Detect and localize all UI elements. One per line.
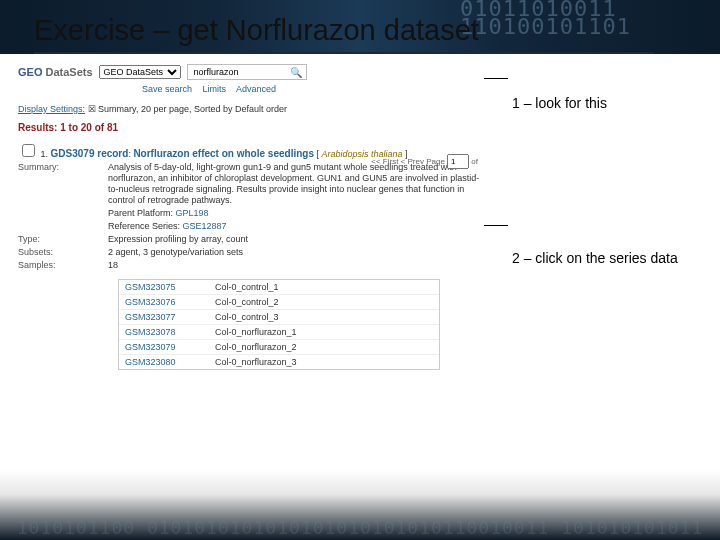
limits-link[interactable]: Limits [203,84,227,94]
annotation-step-1: 1 – look for this [512,95,607,111]
slide-title: Exercise – get Norflurazon dataset [34,14,479,47]
pager-prev[interactable]: < Prev [401,157,424,166]
pager: << First < Prev Page of [371,154,478,169]
record-index: 1. [41,149,49,159]
banner-binary-decor: 01011010011 110100101101 [460,0,720,54]
gsm-link[interactable]: GSM323077 [125,312,176,322]
title-underline [34,52,654,54]
sample-name: Col-0_norflurazon_2 [215,342,297,352]
footer-binary-decor: 1010101100 01010101010101010101010101100… [0,517,720,538]
display-settings-text: Summary, 20 per page, Sorted by Default … [98,104,287,114]
platform-link[interactable]: GPL198 [176,208,209,218]
gsm-link[interactable]: GSM323078 [125,327,176,337]
sample-name: Col-0_norflurazon_1 [215,327,297,337]
type-label: Type: [18,234,108,245]
platform-label: Parent Platform: [108,208,173,218]
slide-footer-fade: 1010101100 01010101010101010101010101100… [0,470,720,540]
geo-topbar: GEO DataSets GEO DataSets 🔍 [14,62,484,82]
samples-count: 18 [108,260,480,271]
subsets-value: 2 agent, 3 genotype/variation sets [108,247,480,258]
pager-page-input[interactable] [447,154,469,169]
reference-series-link[interactable]: GSE12887 [183,221,227,231]
table-row: GSM323075Col-0_control_1 [119,280,439,295]
search-input[interactable] [192,66,286,78]
geo-logo-suffix: DataSets [42,66,92,78]
subsets-label: Subsets: [18,247,108,258]
summary-label: Summary: [18,162,108,206]
annotation-step-2: 2 – click on the series data [512,250,678,266]
geo-logo: GEO DataSets [18,66,93,78]
record-checkbox[interactable] [22,144,35,157]
scope-select[interactable]: GEO DataSets [99,65,181,79]
sample-name: Col-0_control_2 [215,297,279,307]
search-links-row: Save search Limits Advanced [142,84,484,94]
gsm-link[interactable]: GSM323079 [125,342,176,352]
gsm-link[interactable]: GSM323080 [125,357,176,367]
series-label: Reference Series: [108,221,180,231]
gsm-link[interactable]: GSM323076 [125,297,176,307]
pager-first[interactable]: << First [371,157,398,166]
table-row: GSM323079Col-0_norflurazon_2 [119,340,439,355]
table-row: GSM323080Col-0_norflurazon_3 [119,355,439,369]
pager-of: of [471,157,478,166]
display-settings-link[interactable]: Display Settings: [18,104,85,114]
record-accession-link[interactable]: GDS3079 record [51,148,129,159]
result-record-1: 1. GDS3079 record: Norflurazon effect on… [18,141,480,370]
gsm-link[interactable]: GSM323075 [125,282,176,292]
display-settings: Display Settings: ☒ Summary, 20 per page… [14,104,484,114]
table-row: GSM323077Col-0_control_3 [119,310,439,325]
samples-label: Samples: [18,260,108,271]
type-value: Expression profiling by array, count [108,234,480,245]
search-icon[interactable]: 🔍 [290,67,302,78]
table-row: GSM323076Col-0_control_2 [119,295,439,310]
sample-name: Col-0_norflurazon_3 [215,357,297,367]
geo-logo-prefix: GEO [18,66,42,78]
geo-screenshot: GEO DataSets GEO DataSets 🔍 Save search … [14,62,484,402]
advanced-link[interactable]: Advanced [236,84,276,94]
table-row: GSM323078Col-0_norflurazon_1 [119,325,439,340]
sample-name: Col-0_control_3 [215,312,279,322]
sample-name: Col-0_control_1 [215,282,279,292]
samples-table: GSM323075Col-0_control_1 GSM323076Col-0_… [118,279,440,370]
save-search-link[interactable]: Save search [142,84,192,94]
pager-page-label: Page [426,157,445,166]
results-count: Results: 1 to 20 of 81 [18,122,480,133]
search-box[interactable]: 🔍 [187,64,307,80]
record-title-link[interactable]: Norflurazon effect on whole seedlings [133,148,314,159]
display-settings-checkbox[interactable]: ☒ [88,104,96,114]
